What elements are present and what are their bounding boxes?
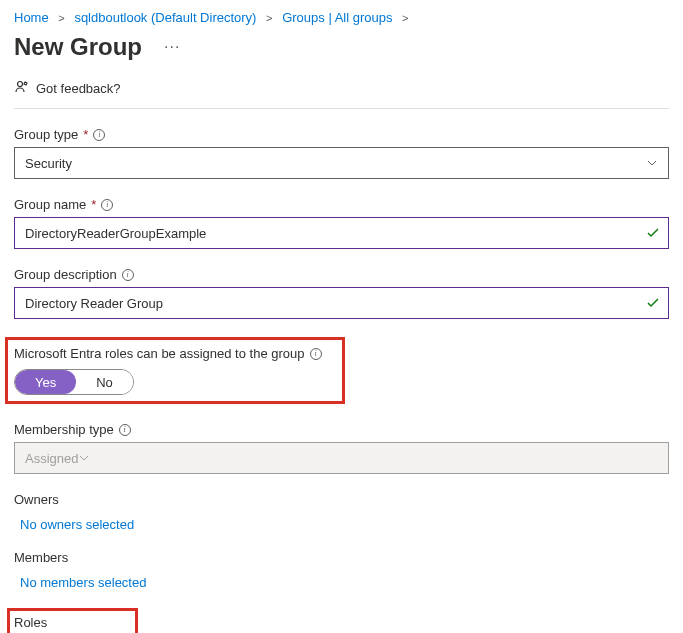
entra-roles-label: Microsoft Entra roles can be assigned to… xyxy=(14,346,336,361)
toggle-no[interactable]: No xyxy=(76,370,133,394)
info-icon[interactable]: i xyxy=(119,424,131,436)
members-link[interactable]: No members selected xyxy=(14,575,669,590)
group-type-label: Group type * i xyxy=(14,127,669,142)
group-type-value: Security xyxy=(25,156,72,171)
required-asterisk: * xyxy=(91,197,96,212)
feedback-icon xyxy=(14,79,30,98)
group-description-label: Group description i xyxy=(14,267,669,282)
info-icon[interactable]: i xyxy=(122,269,134,281)
chevron-down-icon xyxy=(646,157,658,169)
chevron-right-icon: > xyxy=(58,12,64,24)
required-asterisk: * xyxy=(83,127,88,142)
group-name-label: Group name * i xyxy=(14,197,669,212)
toggle-yes[interactable]: Yes xyxy=(15,370,76,394)
page-title-row: New Group ··· xyxy=(14,33,669,61)
breadcrumb: Home > sqldboutlook (Default Directory) … xyxy=(14,10,669,25)
field-group-type: Group type * i Security xyxy=(14,127,669,179)
feedback-label: Got feedback? xyxy=(36,81,121,96)
breadcrumb-tenant[interactable]: sqldboutlook (Default Directory) xyxy=(74,10,256,25)
highlight-roles: Roles Directory Readers xyxy=(7,608,138,633)
owners-heading: Owners xyxy=(14,492,669,507)
section-owners: Owners No owners selected xyxy=(14,492,669,532)
members-heading: Members xyxy=(14,550,669,565)
page-title: New Group xyxy=(14,33,142,61)
chevron-right-icon: > xyxy=(266,12,272,24)
roles-heading: Roles xyxy=(14,615,125,630)
breadcrumb-home[interactable]: Home xyxy=(14,10,49,25)
group-description-input[interactable]: Directory Reader Group xyxy=(14,287,669,319)
chevron-down-icon xyxy=(78,452,90,464)
group-type-select[interactable]: Security xyxy=(14,147,669,179)
membership-type-label: Membership type i xyxy=(14,422,669,437)
field-membership-type: Membership type i Assigned xyxy=(14,422,669,474)
membership-type-value: Assigned xyxy=(25,451,78,466)
highlight-entra-roles: Microsoft Entra roles can be assigned to… xyxy=(5,337,345,404)
breadcrumb-groups[interactable]: Groups | All groups xyxy=(282,10,392,25)
info-icon[interactable]: i xyxy=(101,199,113,211)
info-icon[interactable]: i xyxy=(310,348,322,360)
chevron-right-icon: > xyxy=(402,12,408,24)
more-actions-button[interactable]: ··· xyxy=(160,34,184,60)
group-name-input[interactable]: DirectoryReaderGroupExample xyxy=(14,217,669,249)
entra-roles-toggle[interactable]: Yes No xyxy=(14,369,134,395)
membership-type-select: Assigned xyxy=(14,442,669,474)
owners-link[interactable]: No owners selected xyxy=(14,517,669,532)
group-description-value: Directory Reader Group xyxy=(25,296,163,311)
group-name-value: DirectoryReaderGroupExample xyxy=(25,226,206,241)
field-group-description: Group description i Directory Reader Gro… xyxy=(14,267,669,319)
info-icon[interactable]: i xyxy=(93,129,105,141)
checkmark-icon xyxy=(646,226,660,240)
field-group-name: Group name * i DirectoryReaderGroupExamp… xyxy=(14,197,669,249)
svg-point-0 xyxy=(18,82,23,87)
checkmark-icon xyxy=(646,296,660,310)
section-members: Members No members selected xyxy=(14,550,669,590)
feedback-button[interactable]: Got feedback? xyxy=(14,79,669,109)
